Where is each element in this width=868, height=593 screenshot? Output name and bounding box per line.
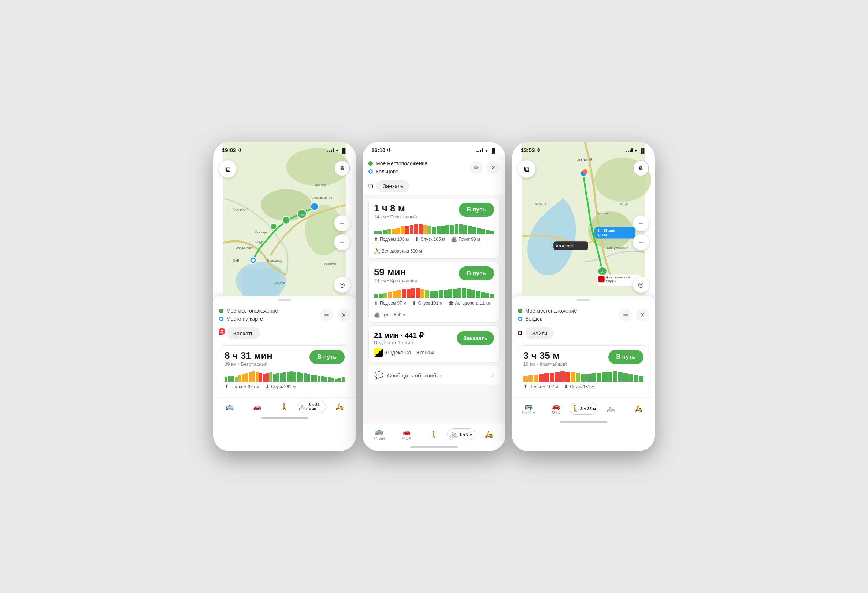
status-icons-2: ▾ ▐▌ (477, 148, 497, 153)
edit-button-2[interactable]: ✏ (469, 161, 483, 174)
route-subtitle-2a: 14 км • Безопасный (374, 214, 417, 220)
zoom-minus-1[interactable]: − (334, 234, 350, 250)
tab-scooter-1[interactable]: 🛵 (326, 401, 353, 412)
svg-text:Кольцово: Кольцово (267, 258, 283, 262)
wifi-icon-2: ▾ (485, 148, 488, 153)
tab-bike-label-2: 1 ч 8 м (459, 432, 472, 436)
wifi-icon-1: ▾ (336, 148, 338, 153)
dest-label-1: Место на карте (226, 316, 263, 322)
error-row-2[interactable]: 💬 Сообщить об ошибке › (368, 365, 500, 385)
tab-bus-1[interactable]: 🚌 (216, 401, 243, 412)
transport-tabs-3: 🚌 3 ч 41 м 🚗 631 ₽ 🚶 3 ч 35 м 🚲 🛵 (512, 397, 655, 419)
close-button-2[interactable]: ✕ (486, 161, 500, 174)
status-icons-3: ▾ ▐▌ (626, 148, 646, 153)
origin-dot-3 (518, 309, 522, 313)
route-header-2: Моё местоположение Кольцово ✏ ✕ (368, 158, 500, 179)
tab-walk-3[interactable]: 🚶 3 ч 35 м (570, 403, 597, 414)
tab-scooter-2[interactable]: 🛵 (475, 429, 502, 440)
layers-button-1[interactable]: ⧉ (219, 160, 236, 178)
tab-walk-1[interactable]: 🚶 (271, 401, 298, 412)
origin-label-1: Моё местоположение (226, 308, 278, 314)
transport-tabs-2: 🚌 47 мин 🚗 441 ₽ 🚶 🚲 1 ч 8 м 🛵 (363, 423, 505, 444)
order-button-2[interactable]: Заказать (457, 331, 494, 345)
route-duration-2b: 59 мин (374, 266, 417, 278)
svg-text:подарки: подарки (606, 279, 616, 282)
dest-dot-1 (219, 316, 223, 321)
taxi-card-2: 21 мин · 441 ₽ Подача от 15 мин Заказать… (368, 325, 500, 362)
waypoints-3: Моё местоположение Бердск (518, 307, 615, 323)
zaekhat-button-2[interactable]: Заехать (376, 180, 409, 192)
tab-scooter-3[interactable]: 🛵 (625, 403, 652, 414)
dest-dot-3 (518, 316, 522, 321)
taxi-time-2: 21 мин · 441 ₽ (374, 331, 424, 340)
svg-text:Советский: Советский (576, 158, 592, 162)
elevation-bar-2a (374, 224, 494, 234)
tab-bus-2[interactable]: 🚌 47 мин (366, 426, 393, 442)
signal-icon-2 (477, 148, 483, 152)
svg-text:Бокур: Бокур (255, 240, 263, 244)
go-button-2b[interactable]: В путь (459, 266, 494, 280)
zoom-plus-3[interactable]: + (633, 215, 649, 231)
waypoints-1: Моё местоположение Место на карте (219, 307, 316, 323)
svg-text:Бердск: Бердск (274, 281, 285, 285)
route-stats-3: ⬆ Подъем 162 м ⬇ Спуск 131 м (523, 384, 644, 390)
status-bar-1: 19:03 ✈ ▾ ▐▌ (213, 142, 356, 155)
sheet-handle-1 (278, 299, 291, 301)
svg-text:Иводановка: Иводановка (236, 246, 254, 250)
waypoints-2: Моё местоположение Кольцово (368, 160, 466, 176)
location-button-3[interactable]: ◎ (633, 277, 649, 293)
tab-bike-3[interactable]: 🚲 (597, 403, 624, 414)
tab-bike-2[interactable]: 🚲 1 ч 8 м (447, 429, 475, 440)
layers-button-3[interactable]: ⧉ (518, 160, 536, 178)
zaekhat-button-1[interactable]: Заехать (227, 327, 260, 339)
dest-label-2: Кольцово (376, 169, 399, 174)
route-card-3: 3 ч 35 м 19 км • Кратчайший В путь (518, 345, 649, 394)
tab-car-2[interactable]: 🚗 441 ₽ (393, 426, 420, 442)
filter-badge-1: 2 (218, 328, 225, 335)
svg-text:Доставим цветы и: Доставим цветы и (606, 276, 630, 279)
filters-row-1: ⧉ 2 Заехать (213, 326, 356, 342)
filters-row-2: ⧉ Заехать (368, 179, 500, 195)
close-button-1[interactable]: ✕ (337, 308, 350, 321)
edit-button-3[interactable]: ✏ (619, 308, 632, 321)
route-duration-2a: 1 ч 8 м (374, 203, 417, 214)
battery-icon-2: ▐▌ (490, 148, 497, 153)
go-button-1[interactable]: В путь (310, 350, 345, 364)
origin-dot-1 (219, 309, 223, 313)
svg-text:Мичуринский: Мичуринский (607, 246, 629, 250)
zaekhat-button-3[interactable]: Зайти (526, 327, 554, 339)
tab-bike-1[interactable]: 🚲 8 ч 31 мин (298, 401, 326, 413)
signal-icon-3 (626, 148, 632, 152)
svg-text:19 км: 19 км (598, 233, 607, 237)
route-header-3: Моё местоположение Бердск ✏ ✕ (512, 305, 655, 326)
tab-walk-2[interactable]: 🚶 (420, 429, 447, 440)
home-indicator-1 (261, 417, 309, 419)
svg-point-16 (311, 203, 318, 210)
status-icons-1: ▾ ▐▌ (327, 148, 347, 153)
route-duration-1: 8 ч 31 мин (224, 350, 273, 361)
tab-car-1[interactable]: 🚗 (243, 401, 270, 412)
tab-car-3[interactable]: 🚗 631 ₽ (542, 401, 569, 416)
badge-6-1: 6 (334, 160, 350, 176)
go-button-2a[interactable]: В путь (459, 203, 494, 217)
edit-button-1[interactable]: ✏ (320, 308, 333, 321)
zoom-minus-3[interactable]: − (633, 234, 649, 250)
descent-icon-1: ⬇ (265, 384, 270, 390)
route-card-2a: 1 ч 8 м 14 км • Безопасный В путь (368, 198, 500, 259)
filter-icon-3: ⧉ (518, 330, 523, 337)
go-button-3[interactable]: В путь (608, 350, 644, 364)
filter-icon-2: ⧉ (368, 182, 373, 190)
zoom-plus-1[interactable]: + (334, 215, 350, 231)
transport-tabs-1: 🚌 🚗 🚶 🚲 8 ч 31 мин 🛵 (213, 397, 356, 415)
svg-text:Ташара: Ташара (314, 183, 326, 187)
time-3: 13:53 ✈ (521, 147, 541, 154)
tab-bus-3[interactable]: 🚌 3 ч 41 м (515, 401, 542, 416)
phone3: 13:53 ✈ ▾ ▐▌ Сов (512, 142, 655, 451)
route-stats-1: ⬆ Подъем 365 м ⬇ Спуск 291 м (224, 384, 345, 390)
svg-text:3 ч 39 мин: 3 ч 39 мин (556, 244, 574, 248)
location-button-1[interactable]: ◎ (334, 277, 350, 293)
close-button-3[interactable]: ✕ (636, 308, 649, 321)
route-stats-2a: ⬆ Подъем 100 м ⬇ Спуск 105 м 🪨 Грунт 90 … (374, 237, 494, 254)
svg-text:Колывань: Колывань (233, 208, 248, 212)
status-bar-3: 13:53 ✈ ▾ ▐▌ (512, 142, 655, 155)
